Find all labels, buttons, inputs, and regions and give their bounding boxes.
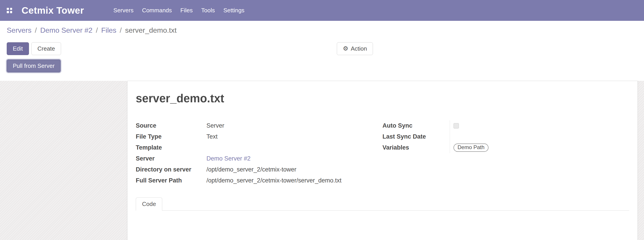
gear-icon: ⚙	[343, 46, 348, 52]
breadcrumb-current: server_demo.txt	[125, 26, 176, 34]
field-label: File Type	[136, 131, 206, 142]
apps-square	[7, 8, 9, 10]
action-button[interactable]: ⚙ Action	[337, 42, 373, 55]
main-menu: Servers Commands Files Tools Settings	[109, 7, 248, 14]
field-label: Last Sync Date	[382, 131, 450, 142]
nav-item-commands[interactable]: Commands	[138, 7, 176, 14]
field-row-template: Template	[136, 142, 382, 153]
field-value	[450, 131, 630, 142]
field-label: Variables	[382, 142, 450, 153]
apps-square	[10, 8, 12, 10]
breadcrumb: Servers / Demo Server #2 / Files / serve…	[0, 21, 644, 40]
field-label: Directory on server	[136, 164, 206, 175]
variable-tag: Demo Path	[454, 143, 488, 152]
nav-item-servers[interactable]: Servers	[109, 7, 138, 14]
control-panel-buttons: Edit Create ⚙ Action	[0, 40, 644, 57]
field-value	[206, 142, 382, 153]
field-row-full-path: Full Server Path /opt/demo_server_2/cetm…	[136, 175, 382, 186]
app-title[interactable]: Cetmix Tower	[22, 5, 84, 16]
field-label: Full Server Path	[136, 175, 206, 186]
action-button-label: Action	[351, 45, 367, 52]
pull-from-server-button[interactable]: Pull from Server	[7, 60, 60, 72]
field-row-source: Source Server	[136, 120, 382, 131]
top-navbar: Cetmix Tower Servers Commands Files Tool…	[0, 0, 644, 21]
apps-square	[7, 11, 9, 13]
field-label: Template	[136, 142, 206, 153]
form-title: server_demo.txt	[136, 92, 629, 105]
nav-item-tools[interactable]: Tools	[197, 7, 219, 14]
apps-menu-icon[interactable]	[7, 8, 12, 13]
server-link[interactable]: Demo Server #2	[206, 155, 251, 162]
field-label: Server	[136, 153, 206, 164]
breadcrumb-separator: /	[35, 26, 37, 34]
field-group-right: Auto Sync Last Sync Date Variables Demo …	[382, 120, 630, 153]
form-sheet: server_demo.txt Source Server File Type …	[127, 81, 638, 240]
field-group-left: Source Server File Type Text Template Se…	[136, 120, 382, 186]
nav-item-settings[interactable]: Settings	[219, 7, 248, 14]
nav-item-files[interactable]: Files	[176, 7, 197, 14]
breadcrumb-separator: /	[96, 26, 98, 34]
form-view-background: server_demo.txt Source Server File Type …	[0, 81, 644, 240]
notebook-tabs: Code	[136, 197, 629, 211]
breadcrumb-servers[interactable]: Servers	[7, 26, 32, 34]
field-groups: Source Server File Type Text Template Se…	[136, 120, 629, 186]
field-row-auto-sync: Auto Sync	[382, 120, 630, 131]
field-row-directory: Directory on server /opt/demo_server_2/c…	[136, 164, 382, 175]
field-value: Text	[206, 131, 382, 142]
field-label: Auto Sync	[382, 120, 450, 131]
breadcrumb-separator: /	[120, 26, 122, 34]
field-row-variables: Variables Demo Path	[382, 142, 630, 153]
field-row-server: Server Demo Server #2	[136, 153, 382, 164]
field-row-file-type: File Type Text	[136, 131, 382, 142]
workflow-button-row: Pull from Server	[0, 57, 644, 74]
field-label: Source	[136, 120, 206, 131]
breadcrumb-files[interactable]: Files	[101, 26, 116, 34]
create-button[interactable]: Create	[32, 42, 61, 55]
field-row-last-sync: Last Sync Date	[382, 131, 630, 142]
auto-sync-checkbox[interactable]	[454, 123, 459, 128]
apps-square	[10, 11, 12, 13]
field-value: /opt/demo_server_2/cetmix-tower	[206, 164, 382, 175]
breadcrumb-demo-server[interactable]: Demo Server #2	[40, 26, 92, 34]
edit-button[interactable]: Edit	[7, 42, 29, 55]
field-value: Server	[206, 120, 382, 131]
tab-code[interactable]: Code	[136, 197, 162, 211]
tab-code-content	[136, 211, 629, 240]
field-value: /opt/demo_server_2/cetmix-tower/server_d…	[206, 175, 382, 186]
